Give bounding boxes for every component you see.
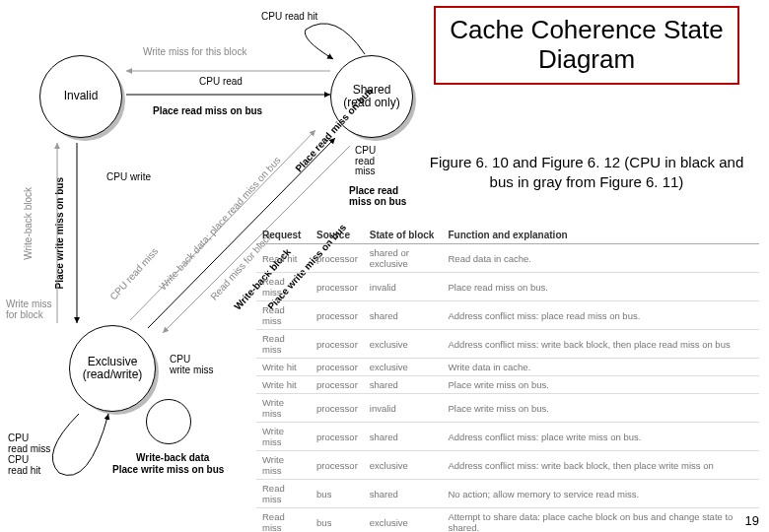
table-cell: Write miss	[256, 423, 311, 451]
table-cell: processor	[311, 451, 364, 480]
label-write-miss-block: Write miss for this block	[143, 47, 246, 58]
state-invalid-label: Invalid	[64, 90, 99, 102]
table-cell: processor	[311, 330, 364, 359]
label-place-read-miss-2: Place readmiss on bus	[349, 185, 406, 207]
table-cell: Read miss	[256, 301, 311, 330]
table-cell: processor	[311, 423, 364, 451]
table-cell: Write miss	[256, 394, 311, 423]
page-number: 19	[745, 513, 759, 528]
label-write-back-data: Write-back data	[136, 453, 209, 464]
label-cpu-read-miss-right: CPU read miss	[355, 146, 376, 177]
table-cell: processor	[311, 359, 364, 376]
label-cpu-read-miss-bottom: CPUread miss	[8, 433, 50, 454]
label-cpu-read-hit-top: CPU read hit	[261, 12, 317, 23]
table-cell: processor	[311, 376, 364, 394]
table-row: Read hitprocessorshared or exclusiveRead…	[256, 244, 759, 273]
table-row: Read missbusexclusiveAttempt to share da…	[256, 508, 759, 533]
table-row: Read missprocessorinvalidPlace read miss…	[256, 273, 759, 301]
table-cell: shared	[364, 301, 443, 330]
table-cell: bus	[311, 508, 364, 533]
table-header: Request	[256, 227, 311, 244]
label-cpu-write-miss: CPU write miss	[170, 355, 213, 375]
table-cell: processor	[311, 301, 364, 330]
table-cell: exclusive	[364, 330, 443, 359]
label-cpu-read-hit-bottom: CPUread hit	[8, 455, 40, 476]
table-cell: Address conflict miss: place read miss o…	[442, 301, 759, 330]
table-cell: Place write miss on bus.	[442, 394, 759, 423]
table-row: Read missprocessorsharedAddress conflict…	[256, 301, 759, 330]
table-cell: shared	[364, 480, 443, 508]
coherence-table: RequestSourceState of blockFunction and …	[256, 227, 759, 532]
table-cell: invalid	[364, 394, 443, 423]
table-cell: Write hit	[256, 359, 311, 376]
table-cell: Read hit	[256, 244, 311, 273]
table-cell: Read miss	[256, 480, 311, 508]
table-cell: exclusive	[364, 451, 443, 480]
state-exclusive-label: Exclusive (read/write)	[83, 356, 143, 381]
state-invalid: Invalid	[39, 55, 122, 138]
label-cpu-write: CPU write	[106, 172, 151, 183]
table-cell: shared	[364, 376, 443, 394]
label-write-miss-for-block: Write miss for block	[6, 299, 51, 320]
table-cell: Read miss	[256, 273, 311, 301]
table-row: Write missprocessorexclusiveAddress conf…	[256, 451, 759, 480]
table-row: Write missprocessorsharedAddress conflic…	[256, 423, 759, 451]
table-cell: processor	[311, 273, 364, 301]
table-row: Write hitprocessorexclusiveWrite data in…	[256, 359, 759, 376]
table-cell: Address conflict miss: write back block,…	[442, 451, 759, 480]
table-cell: Read miss	[256, 508, 311, 533]
state-aux-small	[146, 399, 191, 444]
table-cell: processor	[311, 244, 364, 273]
table-cell: Attempt to share data: place cache block…	[442, 508, 759, 533]
table-cell: exclusive	[364, 359, 443, 376]
table-cell: Read data in cache.	[442, 244, 759, 273]
table-cell: shared or exclusive	[364, 244, 443, 273]
table-cell: Address conflict miss: place write miss …	[442, 423, 759, 451]
table-cell: exclusive	[364, 508, 443, 533]
table-row: Read missbussharedNo action; allow memor…	[256, 480, 759, 508]
table-row: Read missprocessorexclusiveAddress confl…	[256, 330, 759, 359]
table-cell: bus	[311, 480, 364, 508]
table-header: Function and explanation	[442, 227, 759, 244]
table-cell: processor	[311, 394, 364, 423]
slide-title: Cache Coherence State Diagram	[434, 6, 739, 85]
table-cell: Place read miss on bus.	[442, 273, 759, 301]
table-cell: Write miss	[256, 451, 311, 480]
table-header: Source	[311, 227, 364, 244]
label-write-back-block: Write-back block	[24, 187, 35, 260]
table-header: State of block	[364, 227, 443, 244]
label-diag-cpu-read-miss: CPU read miss	[108, 246, 161, 302]
table-cell: Write hit	[256, 376, 311, 394]
table-cell: Address conflict miss: write back block,…	[442, 330, 759, 359]
explanation-table: RequestSourceState of blockFunction and …	[256, 227, 759, 532]
table-cell: Write data in cache.	[442, 359, 759, 376]
table-cell: Place write miss on bus.	[442, 376, 759, 394]
table-cell: invalid	[364, 273, 443, 301]
table-row: Write hitprocessorsharedPlace write miss…	[256, 376, 759, 394]
label-place-write-miss-bottom: Place write miss on bus	[112, 465, 224, 476]
table-cell: No action; allow memory to service read …	[442, 480, 759, 508]
label-place-write-miss-v: Place write miss on bus	[55, 177, 66, 289]
figure-caption: Figure 6. 10 and Figure 6. 12 (CPU in bl…	[424, 153, 749, 193]
label-cpu-read: CPU read	[199, 77, 243, 88]
state-exclusive: Exclusive (read/write)	[69, 325, 156, 412]
label-place-read-miss: Place read miss on bus	[153, 106, 262, 117]
table-cell: shared	[364, 423, 443, 451]
table-row: Write missprocessorinvalidPlace write mi…	[256, 394, 759, 423]
table-cell: Read miss	[256, 330, 311, 359]
